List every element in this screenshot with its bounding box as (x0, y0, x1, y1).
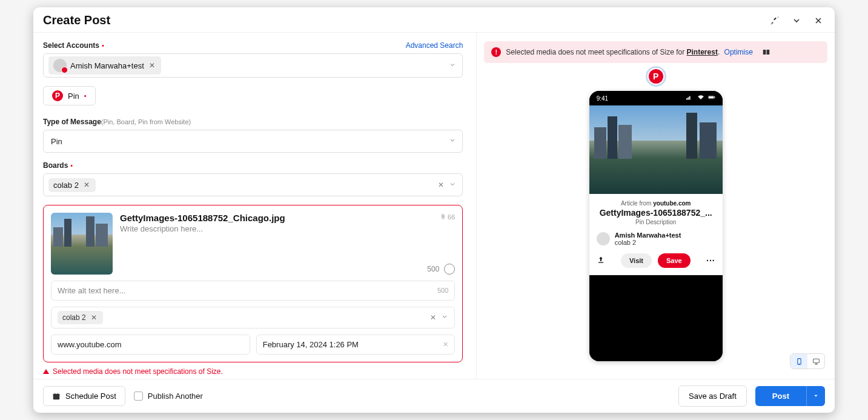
preview-time: 9:41 (597, 95, 608, 102)
minimize-icon[interactable] (790, 14, 803, 27)
boards-label: Boards (43, 161, 68, 170)
media-card: GettyImages-1065188752_Chicago.jpg Write… (43, 205, 463, 362)
type-label: Type of Message (43, 118, 101, 126)
media-filename: GettyImages-1065188752_Chicago.jpg (120, 213, 440, 223)
description-input[interactable]: Write description here... (120, 224, 440, 233)
phone-preview: 9:41 Article from youtube.com GettyImage… (589, 91, 723, 361)
media-board-select[interactable]: colab 2 ✕ ✕ (51, 307, 455, 328)
svg-rect-16 (53, 393, 60, 395)
preview-username: Amish Marwaha+test (615, 232, 681, 239)
create-post-modal: Create Post Select Accounts • Advanced S… (33, 7, 835, 413)
clear-date-icon[interactable]: ✕ (443, 341, 448, 348)
checkbox-icon (134, 392, 143, 401)
accounts-select[interactable]: Amish Marwaha+test ✕ (43, 53, 463, 78)
clear-boards-icon[interactable]: ✕ (438, 181, 444, 189)
attachment-count: 66 (440, 213, 455, 221)
remove-account-icon[interactable]: ✕ (148, 61, 156, 70)
post-dropdown-button[interactable] (806, 386, 825, 406)
post-button[interactable]: Post (755, 386, 806, 406)
tab-error-dot: • (84, 92, 87, 99)
desc-counter: 500 (427, 265, 439, 273)
preview-network-icon[interactable]: P (649, 69, 663, 84)
alt-text-input[interactable]: Write alt text here... 500 (51, 281, 455, 301)
svg-rect-6 (689, 96, 691, 100)
preview-save-button[interactable]: Save (658, 253, 691, 268)
svg-rect-4 (686, 98, 687, 99)
modal-title: Create Post (43, 13, 110, 27)
error-message: Selected media does not meet specificati… (43, 367, 463, 376)
device-toggle (790, 353, 825, 369)
remove-board-icon[interactable]: ✕ (82, 181, 91, 189)
status-icons (684, 95, 715, 102)
svg-rect-9 (714, 97, 715, 98)
svg-rect-8 (709, 96, 713, 98)
alt-counter: 500 (437, 287, 448, 294)
type-value: Pin (51, 137, 62, 146)
media-board-chip: colab 2 ✕ (58, 311, 103, 324)
modal-footer: Schedule Post Publish Another Save as Dr… (33, 379, 835, 413)
pin-window-icon[interactable] (768, 14, 781, 27)
share-icon[interactable] (597, 256, 605, 266)
guide-icon[interactable] (761, 48, 771, 56)
media-thumbnail[interactable] (51, 213, 113, 275)
modal-header: Create Post (33, 7, 835, 33)
board-chip: colab 2 ✕ (48, 178, 96, 192)
preview-bottom (589, 275, 723, 361)
optimise-link[interactable]: Optimise (724, 48, 753, 56)
accounts-label: Select Accounts (43, 41, 99, 50)
more-icon[interactable]: ··· (706, 256, 715, 265)
preview-visit-button[interactable]: Visit (621, 253, 652, 268)
required-dot: • (102, 42, 104, 49)
alert-banner: ! Selected media does not meet specifica… (484, 41, 827, 63)
account-chip-name: Amish Marwaha+test (70, 61, 144, 70)
board-chip-label: colab 2 (53, 181, 79, 190)
url-input[interactable]: www.youtube.com (51, 335, 250, 355)
svg-rect-3 (767, 50, 770, 55)
network-tab-label: Pin (68, 92, 79, 101)
preview-title: GettyImages-1065188752_... (597, 208, 715, 218)
clear-media-board-icon[interactable]: ✕ (430, 313, 436, 322)
mobile-preview-button[interactable] (790, 354, 807, 368)
alert-icon: ! (491, 47, 501, 57)
chevron-down-icon[interactable] (449, 137, 456, 146)
svg-marker-19 (815, 395, 818, 397)
boards-select[interactable]: colab 2 ✕ ✕ (43, 173, 463, 196)
chevron-down-icon[interactable] (449, 60, 456, 71)
preview-source: Article from youtube.com (597, 200, 715, 207)
warning-icon (43, 369, 49, 374)
close-icon[interactable] (812, 14, 825, 27)
desktop-preview-button[interactable] (807, 354, 824, 368)
preview-image (589, 105, 723, 194)
save-draft-button[interactable]: Save as Draft (678, 385, 747, 407)
chevron-down-icon[interactable] (441, 313, 448, 322)
svg-rect-2 (763, 50, 766, 55)
svg-rect-12 (813, 359, 819, 363)
avatar-icon (53, 59, 67, 72)
preview-avatar (597, 232, 610, 245)
schedule-post-button[interactable]: Schedule Post (43, 386, 125, 406)
calendar-icon (52, 392, 61, 401)
required-dot: • (70, 162, 73, 169)
account-chip: Amish Marwaha+test ✕ (48, 56, 161, 75)
network-tab-pin[interactable]: P Pin • (43, 86, 96, 105)
preview-board: colab 2 (615, 239, 681, 246)
datetime-input[interactable]: February 14, 2024 1:26 PM ✕ (256, 335, 456, 355)
chevron-down-icon[interactable] (449, 179, 456, 190)
type-select[interactable]: Pin (43, 130, 463, 153)
publish-another-checkbox[interactable]: Publish Another (134, 392, 203, 401)
alert-platform-link[interactable]: Pinterest (687, 48, 718, 56)
preview-description: Pin Description (597, 219, 715, 225)
type-hint: (Pin, Board, Pin from Website) (101, 118, 191, 125)
svg-rect-5 (688, 97, 689, 99)
remove-media-board-icon[interactable]: ✕ (90, 313, 98, 322)
preview-statusbar: 9:41 (589, 91, 723, 105)
advanced-search-link[interactable]: Advanced Search (406, 41, 463, 50)
emoji-picker-icon[interactable] (444, 264, 455, 275)
pinterest-icon: P (52, 90, 63, 101)
